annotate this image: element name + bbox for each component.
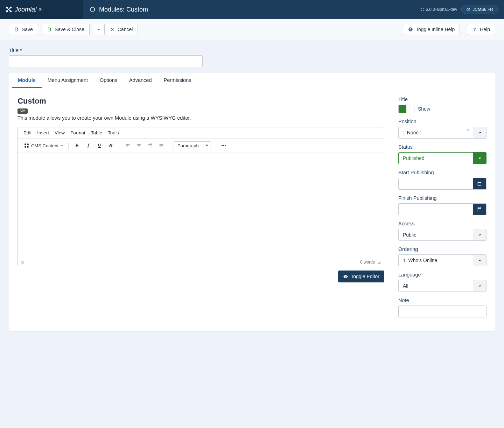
- chevron-down-icon: [478, 284, 482, 288]
- bold-button[interactable]: [72, 141, 82, 150]
- position-select[interactable]: :: None :: ×: [398, 127, 486, 139]
- user-menu[interactable]: JCMS6 FR: [461, 5, 498, 14]
- tab-module[interactable]: Module: [12, 73, 42, 88]
- svg-rect-19: [137, 144, 141, 144]
- tab-menu-assignment[interactable]: Menu Assignment: [42, 73, 94, 88]
- menu-tools[interactable]: Tools: [108, 130, 119, 135]
- external-link-icon: [466, 7, 470, 12]
- menu-table[interactable]: Table: [91, 130, 102, 135]
- access-select[interactable]: Public: [398, 229, 486, 241]
- finish-publishing-field[interactable]: [399, 204, 473, 215]
- language-value: All: [399, 280, 473, 292]
- svg-rect-25: [148, 146, 152, 146]
- tab-permissions[interactable]: Permissions: [158, 73, 197, 88]
- align-left-button[interactable]: [123, 141, 133, 150]
- toggle-editor-button[interactable]: Toggle Editor: [338, 271, 384, 282]
- title-input[interactable]: [9, 55, 203, 67]
- question-circle-icon: ?: [408, 27, 413, 32]
- italic-button[interactable]: [83, 141, 93, 150]
- menu-format[interactable]: Format: [70, 130, 85, 135]
- svg-point-11: [24, 143, 26, 145]
- tab-label: Advanced: [129, 77, 152, 83]
- svg-point-33: [225, 145, 226, 146]
- position-arrow[interactable]: [473, 127, 486, 138]
- version-text: 6.0.0-alpha1-dev: [426, 7, 457, 12]
- save-label: Save: [22, 27, 33, 32]
- note-input[interactable]: [398, 306, 486, 317]
- access-arrow[interactable]: [473, 229, 486, 240]
- start-publishing-input: [398, 178, 486, 190]
- cms-content-button[interactable]: CMS Content: [22, 142, 65, 149]
- status-select[interactable]: Published: [398, 152, 486, 164]
- save-close-button[interactable]: Save & Close: [42, 24, 90, 35]
- svg-rect-28: [160, 145, 163, 145]
- module-description: This module allows you to create your ow…: [18, 115, 384, 121]
- align-justify-button[interactable]: [156, 141, 166, 150]
- separator: [170, 142, 170, 149]
- cancel-label: Cancel: [118, 27, 133, 32]
- svg-rect-30: [160, 147, 163, 147]
- status-arrow[interactable]: [473, 153, 486, 164]
- menu-edit[interactable]: Edit: [23, 130, 31, 135]
- brand[interactable]: Joomla!®: [0, 0, 83, 19]
- access-label: Access: [398, 221, 486, 226]
- tab-options[interactable]: Options: [94, 73, 123, 88]
- align-center-button[interactable]: [134, 141, 144, 150]
- question-icon: ?: [472, 27, 477, 32]
- align-right-button[interactable]: [145, 141, 155, 150]
- start-publishing-calendar[interactable]: [473, 178, 486, 189]
- align-center-icon: [136, 143, 142, 148]
- page-title-wrap: Modules: Custom: [83, 6, 420, 13]
- switch-show-label: Show: [418, 106, 430, 112]
- editor-content-area[interactable]: [18, 153, 384, 258]
- tab-advanced[interactable]: Advanced: [123, 73, 158, 88]
- save-close-dropdown[interactable]: [93, 24, 105, 35]
- toggle-inline-help-button[interactable]: ? Toggle Inline Help: [403, 24, 460, 35]
- svg-rect-21: [137, 146, 141, 146]
- separator: [119, 142, 119, 149]
- finish-publishing-calendar[interactable]: [473, 204, 486, 215]
- language-arrow[interactable]: [473, 280, 486, 292]
- language-select[interactable]: All: [398, 280, 486, 292]
- chevron-down-icon: [478, 233, 482, 237]
- module-heading: Custom: [18, 97, 384, 106]
- underline-icon: [97, 143, 102, 148]
- paragraph-select[interactable]: Paragraph: [174, 141, 211, 150]
- editor-path[interactable]: p: [21, 260, 360, 265]
- word-count: 0 words: [360, 260, 375, 265]
- main-card: Module Menu Assignment Options Advanced …: [9, 73, 495, 332]
- svg-rect-23: [148, 144, 152, 144]
- chevron-down-icon: [97, 27, 101, 31]
- start-publishing-field[interactable]: [399, 178, 473, 189]
- ordering-arrow[interactable]: [473, 255, 486, 266]
- menu-insert[interactable]: Insert: [37, 130, 49, 135]
- ordering-select[interactable]: 1. Who's Online: [398, 254, 486, 266]
- help-button[interactable]: ? Help: [467, 24, 495, 35]
- title-show-switch[interactable]: [398, 105, 414, 113]
- tab-label: Options: [100, 77, 117, 83]
- svg-rect-18: [126, 147, 128, 147]
- underline-button[interactable]: [94, 141, 104, 150]
- svg-rect-26: [150, 147, 152, 147]
- save-button[interactable]: Save: [9, 24, 38, 35]
- svg-point-12: [27, 143, 29, 145]
- ellipsis-icon: [220, 142, 227, 149]
- bold-icon: [74, 143, 80, 148]
- start-publishing-label: Start Publishing: [398, 170, 486, 175]
- cancel-button[interactable]: Cancel: [105, 24, 138, 35]
- strikethrough-button[interactable]: [106, 141, 115, 150]
- align-left-icon: [125, 143, 131, 148]
- resize-handle[interactable]: [377, 260, 380, 264]
- tab-label: Menu Assignment: [48, 77, 88, 83]
- menu-view[interactable]: View: [55, 130, 65, 135]
- svg-rect-17: [126, 146, 130, 146]
- position-clear[interactable]: ×: [467, 127, 470, 133]
- version-info[interactable]: 6.0.0-alpha1-dev: [420, 7, 457, 12]
- status-label: Status: [398, 144, 486, 150]
- app-header: Joomla!® Modules: Custom 6.0.0-alpha1-de…: [0, 0, 504, 19]
- finish-publishing-label: Finish Publishing: [398, 195, 486, 201]
- status-value: Published: [399, 153, 473, 164]
- more-tools-button[interactable]: [219, 141, 229, 150]
- save-close-label: Save & Close: [55, 27, 84, 32]
- ordering-value: 1. Who's Online: [399, 255, 473, 266]
